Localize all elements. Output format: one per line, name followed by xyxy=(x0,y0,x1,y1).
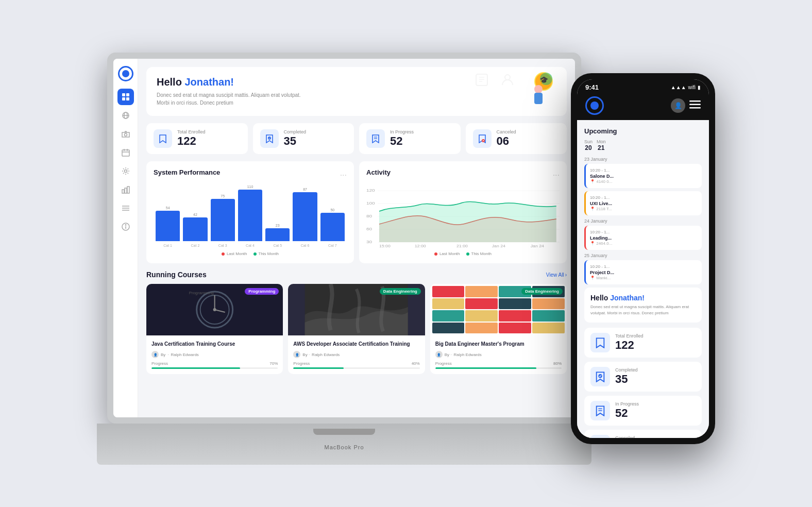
girl-illustration: 🎓 xyxy=(518,71,559,112)
java-title: Java Certification Training Course xyxy=(151,341,278,348)
event-date-24: 24 January xyxy=(584,218,702,224)
svg-rect-22 xyxy=(476,74,487,86)
bigdata-by: By · xyxy=(445,352,452,357)
svg-rect-8 xyxy=(122,150,129,156)
calendar-icon xyxy=(122,148,130,157)
svg-text:120: 120 xyxy=(366,188,375,193)
svg-text:80: 80 xyxy=(366,214,372,218)
event-loc-salone: 📍 4140 0... xyxy=(590,179,698,184)
globe-icon xyxy=(122,111,130,120)
canceled-icon xyxy=(473,129,492,148)
phone-screen: 9:41 ▲▲▲ wifi ▮ 👤 xyxy=(577,79,709,438)
phone-header-right: 👤 xyxy=(671,98,701,113)
welcome-description: Donec sed erat ut magna suscipit mattis.… xyxy=(157,91,301,107)
legend-dot-this xyxy=(253,252,257,256)
sidebar-item-list[interactable] xyxy=(117,200,134,216)
signal-icon: ▲▲▲ xyxy=(671,84,686,90)
java-progress-text: Progress xyxy=(151,361,168,366)
bigdata-badge: Data Engineering xyxy=(521,288,563,295)
sidebar xyxy=(113,59,138,417)
phone-day-mon: Mon 21 xyxy=(597,139,606,151)
sidebar-item-settings[interactable] xyxy=(117,163,134,179)
bar-cat4: 110 Cat 4 xyxy=(238,185,262,247)
phone-completed-label: Completed xyxy=(615,367,638,373)
aws-info: AWS Developer Associate Certification Tr… xyxy=(288,335,425,374)
enrolled-info: Total Enrolled 122 xyxy=(177,129,206,148)
stat-card-canceled: Canceled 06 xyxy=(466,123,567,154)
view-all-button[interactable]: View All › xyxy=(546,272,567,278)
svg-text:21:00: 21:00 xyxy=(456,244,468,247)
progress-icon xyxy=(366,129,385,148)
bar-cat2: 42 Cat 2 xyxy=(183,213,207,247)
sidebar-item-globe[interactable] xyxy=(117,107,134,124)
sidebar-item-camera[interactable] xyxy=(117,126,134,142)
svg-text:100: 100 xyxy=(366,201,375,206)
system-performance-card: System Performance ··· 54 Cat 1 xyxy=(146,161,354,263)
phone-enrolled-icon xyxy=(590,333,610,352)
area-chart: 120 100 80 60 30 xyxy=(366,185,560,247)
perf-menu-icon[interactable]: ··· xyxy=(340,171,347,180)
svg-text:🎓: 🎓 xyxy=(539,76,549,84)
sidebar-item-info[interactable] xyxy=(117,218,134,235)
completed-icon xyxy=(260,129,279,148)
welcome-illustration: 🎓 xyxy=(515,67,562,116)
laptop-screen: Hello Jonathan! Donec sed erat ut magna … xyxy=(113,59,575,417)
running-courses-section: Running Courses View All › xyxy=(146,271,567,374)
svg-rect-0 xyxy=(122,93,125,96)
system-performance-title: System Performance xyxy=(154,168,220,176)
legend-this-month: This Month xyxy=(253,251,279,256)
courses-title: Running Courses xyxy=(146,271,207,279)
event-name-project: Project D... xyxy=(590,270,698,275)
event-name-salone: Salone D... xyxy=(590,174,698,179)
phone-header: 👤 xyxy=(577,93,709,120)
cancel-book-icon xyxy=(478,134,487,143)
completed-info: Completed 35 xyxy=(284,129,307,148)
svg-text:Jan 24: Jan 24 xyxy=(492,244,506,247)
event-date-25: 25 January xyxy=(584,253,702,258)
phone-upcoming-label: Upcoming xyxy=(584,127,617,135)
activity-last-label: Last Month xyxy=(439,251,460,256)
phone-check-icon xyxy=(595,371,606,382)
java-info: Java Certification Training Course 👤 By … xyxy=(146,335,283,374)
stats-row: Total Enrolled 122 xyxy=(146,123,567,154)
phone: 9:41 ▲▲▲ wifi ▮ 👤 xyxy=(571,73,715,444)
svg-point-29 xyxy=(534,85,543,93)
java-progress-bar xyxy=(151,367,278,369)
phone-welcome-heading: Hello Jonathan! xyxy=(590,294,696,302)
svg-text:12:00: 12:00 xyxy=(415,244,427,247)
app-logo[interactable] xyxy=(118,66,133,81)
java-by: By xyxy=(161,352,165,357)
sidebar-item-dashboard[interactable] xyxy=(117,89,134,105)
event-loc-project: 📍 Manki... xyxy=(590,276,698,280)
bigdata-author-label: Ralph Edwards xyxy=(453,352,481,357)
phone-enrolled-label: Total Enrolled xyxy=(615,333,644,339)
enrolled-icon xyxy=(154,129,172,148)
canceled-info: Canceled 06 xyxy=(497,129,516,148)
day-label-mon: Mon xyxy=(597,139,606,144)
svg-text:Programming: Programming xyxy=(189,291,214,295)
phone-welcome-name: Jonathan! xyxy=(610,294,645,302)
logo-inner xyxy=(122,70,129,77)
sidebar-item-calendar[interactable] xyxy=(117,144,134,161)
activity-this-label: This Month xyxy=(471,251,492,256)
aws-progress-pct: 40% xyxy=(412,361,420,366)
aws-author: 👤 By · Ralph Edwards xyxy=(293,351,419,358)
progress-label: In Progress xyxy=(390,129,414,134)
legend-this-label: This Month xyxy=(259,251,279,256)
bar-chart: 54 Cat 1 42 Cat 2 75 xyxy=(154,185,347,247)
bigdata-title: Big Data Engineer Master's Program xyxy=(435,341,562,348)
svg-text:60: 60 xyxy=(366,227,372,231)
phone-canceled-icon xyxy=(590,435,610,438)
phone-logo[interactable] xyxy=(585,96,604,115)
activity-menu-icon[interactable]: ··· xyxy=(553,171,560,180)
phone-calendar: Sun 20 Mon 21 xyxy=(584,139,702,151)
sidebar-item-chart[interactable] xyxy=(117,181,134,198)
welcome-card: Hello Jonathan! Donec sed erat ut magna … xyxy=(146,67,567,116)
aws-avatar: 👤 xyxy=(293,351,300,358)
legend-last-month: Last Month xyxy=(222,251,247,256)
phone-menu-button[interactable] xyxy=(689,100,701,111)
person-icon xyxy=(500,72,515,88)
svg-text:15:00: 15:00 xyxy=(379,244,391,247)
bigdata-author: 👤 By · Ralph Edwards xyxy=(435,351,562,358)
bookmark-icon xyxy=(158,134,167,143)
